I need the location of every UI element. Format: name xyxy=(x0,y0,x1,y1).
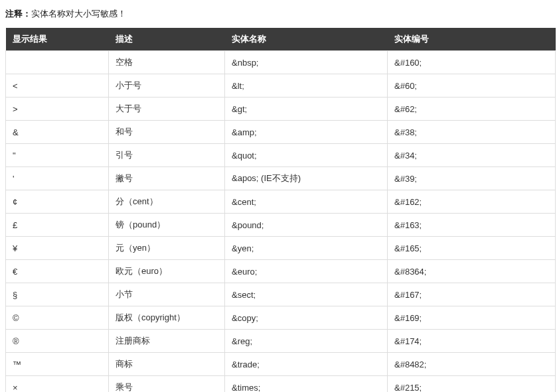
cell-number: &#160; xyxy=(388,51,556,74)
table-row: ™商标&trade;&#8482; xyxy=(6,353,556,376)
cell-name: &pound; xyxy=(225,214,388,237)
cell-desc: 和号 xyxy=(109,121,225,144)
cell-result: ¥ xyxy=(6,237,109,260)
cell-desc: 元（yen） xyxy=(109,237,225,260)
cell-number: &#162; xyxy=(388,190,556,214)
cell-result: © xyxy=(6,306,109,330)
cell-result: " xyxy=(6,144,109,167)
header-name: 实体名称 xyxy=(225,28,388,51)
cell-result: & xyxy=(6,121,109,144)
cell-desc: 小节 xyxy=(109,283,225,306)
table-row: ¥元（yen）&yen;&#165; xyxy=(6,237,556,260)
cell-number: &#169; xyxy=(388,306,556,330)
cell-desc: 撇号 xyxy=(109,167,225,190)
cell-desc: 分（cent） xyxy=(109,190,225,214)
cell-desc: 大于号 xyxy=(109,98,225,121)
table-row: €欧元（euro）&euro;&#8364; xyxy=(6,260,556,283)
cell-number: &#8364; xyxy=(388,260,556,283)
cell-result: ® xyxy=(6,330,109,353)
cell-result: ¢ xyxy=(6,190,109,214)
cell-number: &#39; xyxy=(388,167,556,190)
table-row: 空格&nbsp;&#160; xyxy=(6,51,556,74)
cell-result: ™ xyxy=(6,353,109,376)
cell-result: € xyxy=(6,260,109,283)
cell-name: &cent; xyxy=(225,190,388,214)
table-row: "引号&quot;&#34; xyxy=(6,144,556,167)
table-row: '撇号&apos; (IE不支持)&#39; xyxy=(6,167,556,190)
cell-name: &quot; xyxy=(225,144,388,167)
cell-desc: 小于号 xyxy=(109,74,225,98)
cell-result: < xyxy=(6,74,109,98)
cell-desc: 商标 xyxy=(109,353,225,376)
cell-name: &amp; xyxy=(225,121,388,144)
cell-name: &apos; (IE不支持) xyxy=(225,167,388,190)
cell-number: &#163; xyxy=(388,214,556,237)
cell-result: > xyxy=(6,98,109,121)
note-text: 实体名称对大小写敏感！ xyxy=(31,9,126,19)
cell-number: &#165; xyxy=(388,237,556,260)
note-line: 注释：实体名称对大小写敏感！ xyxy=(5,5,554,28)
cell-result: × xyxy=(6,376,109,393)
cell-desc: 注册商标 xyxy=(109,330,225,353)
table-row: >大于号&gt;&#62; xyxy=(6,98,556,121)
cell-desc: 版权（copyright） xyxy=(109,306,225,330)
table-row: ®注册商标&reg;&#174; xyxy=(6,330,556,353)
cell-number: &#8482; xyxy=(388,353,556,376)
table-header-row: 显示结果 描述 实体名称 实体编号 xyxy=(6,28,556,51)
cell-result xyxy=(6,51,109,74)
table-row: §小节&sect;&#167; xyxy=(6,283,556,306)
cell-name: &gt; xyxy=(225,98,388,121)
cell-number: &#34; xyxy=(388,144,556,167)
cell-name: &lt; xyxy=(225,74,388,98)
note-label: 注释： xyxy=(5,9,31,19)
cell-desc: 镑（pound） xyxy=(109,214,225,237)
cell-name: &nbsp; xyxy=(225,51,388,74)
cell-desc: 空格 xyxy=(109,51,225,74)
header-result: 显示结果 xyxy=(6,28,109,51)
cell-name: &euro; xyxy=(225,260,388,283)
entity-table: 显示结果 描述 实体名称 实体编号 空格&nbsp;&#160;<小于号&lt;… xyxy=(5,28,556,392)
cell-name: &copy; xyxy=(225,306,388,330)
cell-number: &#62; xyxy=(388,98,556,121)
table-row: £镑（pound）&pound;&#163; xyxy=(6,214,556,237)
cell-name: &times; xyxy=(225,376,388,393)
cell-name: &trade; xyxy=(225,353,388,376)
header-number: 实体编号 xyxy=(388,28,556,51)
cell-name: &reg; xyxy=(225,330,388,353)
header-desc: 描述 xyxy=(109,28,225,51)
cell-number: &#215; xyxy=(388,376,556,393)
table-row: ©版权（copyright）&copy;&#169; xyxy=(6,306,556,330)
cell-number: &#60; xyxy=(388,74,556,98)
cell-result: £ xyxy=(6,214,109,237)
cell-desc: 欧元（euro） xyxy=(109,260,225,283)
table-row: ¢分（cent）&cent;&#162; xyxy=(6,190,556,214)
table-row: &和号&amp;&#38; xyxy=(6,121,556,144)
cell-number: &#167; xyxy=(388,283,556,306)
cell-number: &#174; xyxy=(388,330,556,353)
cell-result: ' xyxy=(6,167,109,190)
cell-result: § xyxy=(6,283,109,306)
table-row: ×乘号&times;&#215; xyxy=(6,376,556,393)
cell-number: &#38; xyxy=(388,121,556,144)
table-row: <小于号&lt;&#60; xyxy=(6,74,556,98)
cell-desc: 引号 xyxy=(109,144,225,167)
cell-name: &sect; xyxy=(225,283,388,306)
cell-name: &yen; xyxy=(225,237,388,260)
cell-desc: 乘号 xyxy=(109,376,225,393)
